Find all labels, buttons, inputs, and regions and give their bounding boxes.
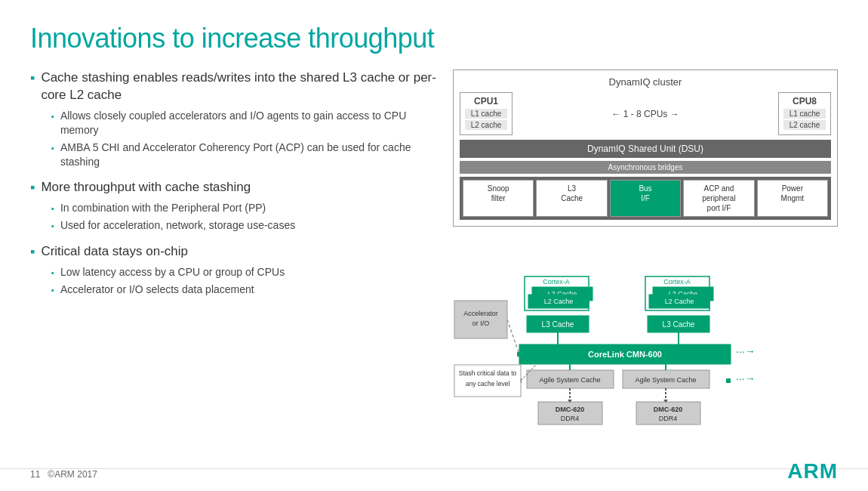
sub-marker-3-2: ▪: [51, 286, 54, 295]
dsu-bottom-row: Snoopfilter L3Cache BusI/F ACP andperiph…: [460, 177, 831, 220]
svg-text:L3 Cache: L3 Cache: [542, 320, 574, 329]
async-bridges-label: Asynchronous bridges: [460, 161, 831, 174]
dsu-cell-power: PowerMngmt: [757, 180, 828, 217]
sub-marker-2-2: ▪: [51, 221, 54, 230]
sub-marker-1-2: ▪: [51, 144, 54, 153]
svg-text:···→: ···→: [736, 372, 756, 384]
cpu-count-label: 1 - 8 CPUs: [623, 109, 668, 119]
slide-title: Innovations to increase throughput: [30, 23, 838, 54]
svg-text:CoreLink CMN-600: CoreLink CMN-600: [588, 350, 662, 359]
main-bullet-2: ▪ More throughput with cache stashing: [30, 179, 438, 196]
main-bullet-1: ▪ Cache stashing enables reads/writes in…: [30, 69, 438, 104]
svg-text:L3 Cache: L3 Cache: [663, 320, 695, 329]
footer-page: 11: [30, 469, 40, 480]
cpu-arrow-label: ← 1 - 8 CPUs →: [611, 109, 679, 119]
sub-bullets-2: ▪ In combination with the Peripheral Por…: [51, 201, 438, 233]
footer: 11 ©ARM 2017: [0, 468, 868, 480]
slide: Innovations to increase throughput ▪ Cac…: [0, 0, 868, 491]
sub-marker-2-1: ▪: [51, 204, 54, 213]
cpu1-l2-cache: L2 cache: [465, 120, 507, 130]
sub-marker-3-1: ▪: [51, 268, 54, 277]
svg-line-31: [507, 320, 519, 354]
svg-text:Stash critical data to: Stash critical data to: [459, 369, 517, 377]
dsu-cell-snoop: Snoopfilter: [463, 180, 534, 217]
bullet-marker-1: ▪: [30, 70, 35, 86]
cpu8-l2-cache: L2 cache: [783, 120, 826, 130]
sub-bullet-2-2: ▪ Used for acceleration, network, storag…: [51, 218, 438, 233]
corelink-svg: Accelerator or I/O L2 Cache L2 Cache Cor…: [453, 240, 785, 429]
svg-text:any cache level: any cache level: [466, 380, 510, 388]
sub-text-2-2: Used for acceleration, network, storage …: [60, 218, 295, 233]
svg-text:Agile System Cache: Agile System Cache: [539, 376, 600, 384]
sub-bullet-1-1: ▪ Allows closely coupled accelerators an…: [51, 109, 438, 137]
cpu8-label: CPU8: [783, 96, 826, 107]
main-bullet-text-1: Cache stashing enables reads/writes into…: [41, 69, 438, 104]
bullet-section-3: ▪ Critical data stays on-chip ▪ Low late…: [30, 243, 438, 297]
dynamiq-cluster-diagram: DynamIQ cluster CPU1 L1 cache L2 cache ←…: [453, 69, 838, 227]
cpu8-box: CPU8 L1 cache L2 cache: [778, 92, 831, 135]
dsu-label: DynamIQ Shared Unit (DSU): [460, 140, 831, 158]
svg-rect-41: [726, 352, 731, 357]
dsu-cell-acp: ACP andperipheralport I/F: [683, 180, 754, 217]
sub-bullets-1: ▪ Allows closely coupled accelerators an…: [51, 109, 438, 169]
svg-text:Cortex-A: Cortex-A: [543, 278, 570, 286]
main-bullet-text-3: Critical data stays on-chip: [41, 243, 188, 261]
sub-text-1-2: AMBA 5 CHI and Accelerator Coherency Por…: [60, 141, 438, 169]
sub-text-3-2: Accelerator or I/O selects data placemen…: [60, 283, 254, 297]
right-panel: DynamIQ cluster CPU1 L1 cache L2 cache ←…: [453, 69, 838, 432]
sub-marker-1-1: ▪: [51, 112, 54, 121]
sub-bullet-2-1: ▪ In combination with the Peripheral Por…: [51, 201, 438, 215]
bullet-marker-2: ▪: [30, 180, 35, 196]
content-area: ▪ Cache stashing enables reads/writes in…: [30, 69, 838, 432]
sub-text-1-1: Allows closely coupled accelerators and …: [60, 109, 438, 137]
footer-copyright: ©ARM 2017: [48, 469, 97, 480]
cpu1-label: CPU1: [465, 96, 507, 107]
svg-text:DMC-620: DMC-620: [654, 406, 683, 413]
cpu1-l1-cache: L1 cache: [465, 109, 507, 119]
sub-bullet-3-2: ▪ Accelerator or I/O selects data placem…: [51, 283, 438, 297]
cpu1-box: CPU1 L1 cache L2 cache: [460, 92, 512, 135]
corelink-diagram: Accelerator or I/O L2 Cache L2 Cache Cor…: [453, 240, 838, 432]
cpu8-l1-cache: L1 cache: [783, 109, 826, 119]
svg-text:Agile System Cache: Agile System Cache: [635, 376, 696, 384]
diagram-top-title: DynamIQ cluster: [460, 76, 831, 88]
bullet-section-1: ▪ Cache stashing enables reads/writes in…: [30, 69, 438, 168]
cpu-arrow: ← 1 - 8 CPUs →: [611, 109, 679, 119]
svg-rect-40: [517, 352, 522, 357]
sub-bullets-3: ▪ Low latency access by a CPU or group o…: [51, 265, 438, 297]
sub-bullet-3-1: ▪ Low latency access by a CPU or group o…: [51, 265, 438, 279]
sub-bullet-1-2: ▪ AMBA 5 CHI and Accelerator Coherency P…: [51, 141, 438, 169]
dsu-cell-bus: BusI/F: [610, 180, 681, 217]
bullet-marker-3: ▪: [30, 244, 35, 260]
svg-text:DDR4: DDR4: [561, 415, 580, 422]
svg-text:···→: ···→: [736, 345, 756, 357]
svg-text:Cortex-A: Cortex-A: [663, 278, 691, 286]
svg-rect-43: [726, 378, 731, 383]
svg-text:Accelerator: Accelerator: [463, 310, 498, 317]
main-bullet-text-2: More throughput with cache stashing: [41, 179, 251, 196]
bullet-section-2: ▪ More throughput with cache stashing ▪ …: [30, 179, 438, 233]
main-bullet-3: ▪ Critical data stays on-chip: [30, 243, 438, 261]
arm-logo: ARM: [787, 459, 838, 483]
svg-text:DDR4: DDR4: [659, 415, 678, 422]
svg-text:L2 Cache: L2 Cache: [544, 298, 574, 305]
dsu-cell-l3: L3Cache: [536, 180, 607, 217]
svg-text:DMC-620: DMC-620: [556, 406, 585, 413]
cpu-row: CPU1 L1 cache L2 cache ← 1 - 8 CPUs → CP…: [460, 92, 831, 135]
svg-text:L2 Cache: L2 Cache: [665, 298, 694, 305]
sub-text-2-1: In combination with the Peripheral Port …: [60, 201, 266, 215]
sub-text-3-1: Low latency access by a CPU or group of …: [60, 265, 285, 279]
svg-text:or I/O: or I/O: [472, 320, 490, 327]
left-panel: ▪ Cache stashing enables reads/writes in…: [30, 69, 438, 432]
